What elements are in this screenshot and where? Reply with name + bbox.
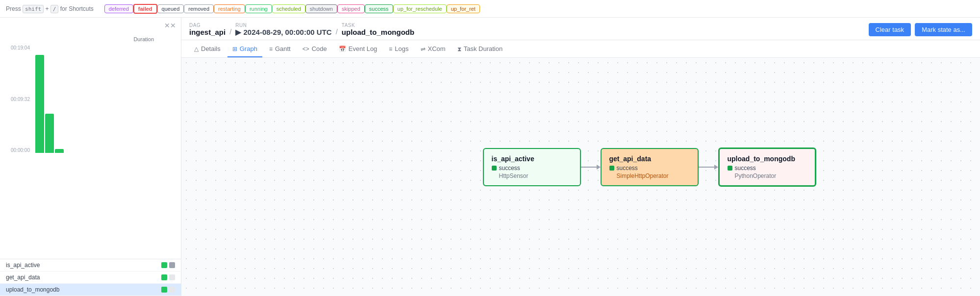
node-status-label-3: success — [735, 165, 756, 172]
indicator-dot-get_api_data-0 — [161, 274, 167, 280]
dag-value: ingest_api — [189, 28, 226, 36]
status-badge-running: running — [245, 4, 272, 13]
bar-group-3 — [55, 149, 64, 153]
tab-label-logs: Logs — [395, 45, 408, 52]
indicator-dot-upload_to_mongodb-0 — [161, 287, 167, 293]
content-area: DAG ingest_api / Run ▶ 2024-08-29, 00:00… — [181, 18, 980, 296]
top-bar: Press shift + / for Shortcuts deferredfa… — [0, 0, 980, 18]
tab-label-event_log: Event Log — [349, 45, 377, 52]
node-status-2: success — [609, 165, 690, 172]
tab-icon-task_duration: ⧗ — [457, 46, 461, 52]
tab-icon-details: △ — [194, 46, 199, 52]
breadcrumb: DAG ingest_api / Run ▶ 2024-08-29, 00:00… — [189, 23, 414, 37]
task-name-is_api_active: is_api_active — [6, 262, 161, 269]
task-value: upload_to_mongodb — [342, 28, 414, 36]
status-badge-up_for_reschedule: up_for_reschedule — [393, 4, 447, 13]
duration-label: Duration — [133, 36, 154, 42]
bar-group-2 — [45, 114, 54, 153]
bar-2a — [45, 114, 54, 153]
node-operator-1: HttpSensor — [499, 173, 572, 179]
main-layout: ✕✕ Duration 00:19:04 00:09:32 00:00:00 — [0, 18, 980, 296]
shortcut-hint: Press shift + / for Shortcuts — [6, 5, 94, 12]
node-status-1: success — [492, 165, 572, 172]
tab-details[interactable]: △Details — [189, 40, 226, 57]
chart-area: Duration 00:19:04 00:09:32 00:00:00 — [0, 31, 181, 257]
tab-icon-code: <> — [302, 46, 309, 52]
dag-node-is-api-active[interactable]: is_api_active success HttpSensor — [483, 148, 581, 186]
status-badge-deferred: deferred — [104, 4, 133, 13]
status-dot-2 — [609, 166, 614, 171]
status-dot-3 — [728, 166, 732, 171]
dag-node-upload-to-mongodb[interactable]: upload_to_mongodb success PythonOperator — [718, 148, 816, 187]
status-badge-shutdown: shutdown — [305, 4, 337, 13]
status-badge-restarting: restarting — [214, 4, 245, 13]
indicator-dot-is_api_active-0 — [161, 262, 167, 268]
collapse-button[interactable]: ✕✕ — [164, 22, 176, 29]
sep-2: / — [336, 27, 338, 37]
tab-graph[interactable]: ⊞Graph — [227, 40, 262, 57]
sidebar: ✕✕ Duration 00:19:04 00:09:32 00:00:00 — [0, 18, 181, 296]
dag-label: DAG — [189, 23, 226, 28]
task-indicators-is_api_active — [161, 262, 175, 268]
mark-state-button[interactable]: Mark state as... — [915, 23, 972, 36]
status-badge-scheduled: scheduled — [272, 4, 305, 13]
task-row-is_api_active[interactable]: is_api_active — [0, 259, 181, 271]
bar-3a — [55, 149, 64, 153]
sidebar-header: ✕✕ — [0, 18, 181, 31]
dag-node-get-api-data[interactable]: get_api_data success SimpleHttpOperator — [601, 148, 699, 186]
node-operator-3: PythonOperator — [735, 173, 807, 179]
task-name-get_api_data: get_api_data — [6, 274, 161, 281]
tab-task_duration[interactable]: ⧗Task Duration — [452, 40, 507, 57]
tab-icon-event_log: 📅 — [339, 46, 346, 52]
tab-icon-graph: ⊞ — [232, 46, 237, 52]
tab-label-gantt: Gantt — [275, 45, 291, 52]
node-status-label-2: success — [617, 165, 638, 172]
tab-label-task_duration: Task Duration — [464, 45, 503, 52]
status-badge-skipped: skipped — [337, 4, 365, 13]
y-label-mid: 00:09:32 — [11, 97, 30, 102]
indicator-dot-get_api_data-1 — [169, 274, 175, 280]
tab-logs[interactable]: ≡Logs — [384, 40, 413, 57]
node-status-label-1: success — [499, 165, 520, 172]
tab-code[interactable]: <>Code — [298, 40, 332, 57]
task-list: is_api_activeget_api_dataupload_to_mongo… — [0, 259, 181, 296]
breadcrumb-task: Task upload_to_mongodb — [342, 23, 414, 36]
task-row-upload_to_mongodb[interactable]: upload_to_mongodb — [0, 284, 181, 296]
tab-gantt[interactable]: ≡Gantt — [264, 40, 296, 57]
status-badge-up_for_ret: up_for_ret — [447, 4, 480, 13]
task-name-upload_to_mongodb: upload_to_mongodb — [6, 286, 161, 293]
node-operator-2: SimpleHttpOperator — [617, 173, 690, 179]
tab-label-details: Details — [201, 45, 221, 52]
content-header: DAG ingest_api / Run ▶ 2024-08-29, 00:00… — [181, 18, 980, 40]
tab-label-code: Code — [312, 45, 327, 52]
tabs: △Details⊞Graph≡Gantt<>Code📅Event Log≡Log… — [181, 40, 980, 58]
y-label-bot: 00:00:00 — [11, 148, 30, 153]
node-status-3: success — [728, 165, 807, 172]
status-dot-1 — [492, 166, 497, 171]
arrow-head-2 — [714, 165, 718, 170]
node-title-2: get_api_data — [609, 155, 690, 163]
tab-event_log[interactable]: 📅Event Log — [334, 40, 382, 57]
status-badge-queued: queued — [157, 4, 184, 13]
run-value: ▶ 2024-08-29, 00:00:00 UTC — [235, 28, 331, 37]
status-badge-failed: failed — [133, 4, 157, 14]
tab-xcom[interactable]: ⇌XCom — [416, 40, 451, 57]
y-label-top: 00:19:04 — [11, 45, 30, 50]
arrow-line-1 — [581, 167, 597, 168]
status-badge-removed: removed — [184, 4, 214, 13]
dag-container: is_api_active success HttpSensor get_api… — [483, 148, 816, 187]
tab-icon-gantt: ≡ — [269, 46, 273, 52]
shift-key: shift — [23, 5, 44, 13]
bar-group-1 — [35, 55, 44, 153]
task-label: Task — [342, 23, 414, 28]
dag-arrow-2 — [699, 165, 718, 170]
clear-task-button[interactable]: Clear task — [869, 23, 911, 36]
status-badge-success: success — [365, 4, 393, 13]
indicator-dot-is_api_active-1 — [169, 262, 175, 268]
status-badges-container: deferredfailedqueuedremovedrestartingrun… — [104, 4, 480, 14]
arrow-line-2 — [699, 167, 714, 168]
breadcrumb-run: Run ▶ 2024-08-29, 00:00:00 UTC — [235, 23, 331, 37]
y-axis: 00:19:04 00:09:32 00:00:00 — [6, 45, 33, 153]
run-label: Run — [235, 23, 331, 28]
task-row-get_api_data[interactable]: get_api_data — [0, 271, 181, 284]
